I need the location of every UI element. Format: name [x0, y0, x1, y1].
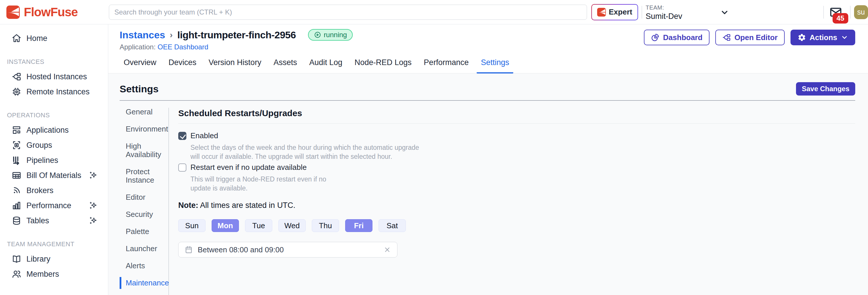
day-button-fri[interactable]: Fri — [345, 219, 372, 232]
day-button-thu[interactable]: Thu — [312, 219, 339, 232]
status-badge: running — [308, 29, 353, 41]
restart-label[interactable]: Restart even if no update available — [190, 163, 307, 172]
divider — [178, 123, 855, 124]
day-button-wed[interactable]: Wed — [278, 219, 306, 232]
sidebar-item-label: Brokers — [26, 186, 54, 195]
sidebar-item-label: Groups — [26, 141, 52, 150]
application-link[interactable]: OEE Dashboard — [158, 43, 209, 51]
maintenance-panel: Scheduled Restarts/Upgrades Enabled Sele… — [169, 108, 855, 295]
chevron-down-icon — [841, 34, 848, 41]
broadcast-icon — [11, 185, 22, 196]
day-button-mon[interactable]: Mon — [212, 219, 239, 232]
applications-icon — [11, 125, 22, 135]
tab-node-red-logs[interactable]: Node-RED Logs — [350, 58, 416, 73]
flowfuse-logo-text: FlowFuse — [24, 5, 78, 19]
tab-settings[interactable]: Settings — [477, 58, 513, 73]
sidebar-item-hosted-instances[interactable]: Hosted Instances — [0, 69, 108, 84]
sidebar-item-pipelines[interactable]: Pipelines — [0, 153, 108, 168]
team-selector[interactable]: TEAM: Sumit-Dev — [646, 3, 820, 21]
save-changes-button[interactable]: Save Changes — [796, 82, 855, 95]
day-button-sat[interactable]: Sat — [378, 219, 406, 232]
sidebar-item-label: Bill Of Materials — [26, 171, 81, 180]
dashboard-button[interactable]: Dashboard — [644, 30, 710, 45]
sidebar-item-label: Home — [26, 34, 47, 43]
settings-nav-environment[interactable]: Environment — [120, 125, 168, 133]
flowfuse-app: FlowFuse Expert TEAM: Sumit-Dev 45 su — [0, 0, 868, 295]
team-label: TEAM: — [646, 4, 682, 11]
sidebar-item-home[interactable]: Home — [0, 31, 108, 46]
settings-nav-palette[interactable]: Palette — [120, 227, 168, 236]
team-name: Sumit-Dev — [646, 12, 682, 21]
expert-flowfuse-icon — [597, 8, 606, 17]
sidebar-section-team-admin: TEAM ADMIN — [0, 294, 108, 295]
groups-icon — [11, 140, 22, 150]
enabled-checkbox[interactable] — [178, 132, 186, 140]
chip-icon — [11, 87, 22, 97]
tab-version-history[interactable]: Version History — [205, 58, 266, 73]
day-button-sun[interactable]: Sun — [178, 219, 206, 232]
settings-nav-security[interactable]: Security — [120, 210, 168, 218]
sidebar-item-groups[interactable]: Groups — [0, 138, 108, 153]
notifications-button[interactable]: 45 — [827, 2, 846, 22]
tab-overview[interactable]: Overview — [120, 58, 160, 73]
notification-count-badge: 45 — [833, 13, 848, 24]
settings-nav-maintenance[interactable]: Maintenance — [120, 279, 168, 287]
sidebar-item-brokers[interactable]: Brokers — [0, 183, 108, 198]
divider — [642, 6, 642, 19]
gear-icon — [798, 33, 806, 42]
time-window-input[interactable]: Between 08:00 and 09:00 — [178, 242, 397, 258]
sidebar-item-performance[interactable]: Performance — [0, 198, 108, 213]
tab-performance[interactable]: Performance — [420, 58, 473, 73]
sidebar-item-label: Members — [26, 270, 59, 279]
divider — [823, 6, 824, 19]
enabled-label[interactable]: Enabled — [190, 131, 218, 140]
application-label: Application: — [120, 43, 156, 51]
sidebar-item-label: Applications — [26, 126, 69, 135]
instance-tabs: Overview Devices Version History Assets … — [120, 58, 855, 73]
settings-nav-alerts[interactable]: Alerts — [120, 262, 168, 270]
open-editor-button[interactable]: Open Editor — [715, 30, 785, 45]
premium-sparkle-icon — [89, 216, 98, 225]
avatar[interactable]: su — [854, 5, 868, 19]
sidebar-section-instances: INSTANCES — [0, 58, 108, 66]
settings-nav-protect-instance[interactable]: Protect Instance — [120, 168, 168, 184]
sidebar-item-tables[interactable]: Tables — [0, 213, 108, 228]
breadcrumb-instances-link[interactable]: Instances — [120, 29, 165, 41]
search-input[interactable] — [109, 5, 587, 20]
flowfuse-logo[interactable]: FlowFuse — [6, 5, 109, 19]
sidebar-item-remote-instances[interactable]: Remote Instances — [0, 84, 108, 99]
actions-button[interactable]: Actions — [790, 30, 855, 45]
divider — [850, 6, 850, 19]
settings-nav-launcher[interactable]: Launcher — [120, 244, 168, 253]
settings-nav-general[interactable]: General — [120, 108, 168, 116]
sidebar-item-library[interactable]: Library — [0, 252, 108, 267]
expert-button[interactable]: Expert — [591, 4, 638, 20]
premium-sparkle-icon — [89, 171, 98, 180]
sidebar-item-label: Tables — [26, 216, 49, 225]
breadcrumb: Instances › light-trumpeter-finch-2956 r… — [120, 29, 353, 41]
chevron-down-icon — [720, 8, 729, 17]
restart-checkbox[interactable] — [178, 164, 186, 172]
tab-assets[interactable]: Assets — [270, 58, 301, 73]
flow-icon — [722, 33, 731, 42]
sidebar-item-applications[interactable]: Applications — [0, 122, 108, 138]
day-button-tue[interactable]: Tue — [245, 219, 272, 232]
settings-nav-high-availability[interactable]: High Availability — [120, 142, 168, 159]
clear-time-icon[interactable] — [383, 246, 391, 254]
calendar-icon — [184, 245, 193, 254]
top-bar: FlowFuse Expert TEAM: Sumit-Dev 45 su — [0, 0, 868, 24]
settings-nav-editor[interactable]: Editor — [120, 193, 168, 202]
pipelines-icon — [11, 155, 22, 165]
book-icon — [11, 254, 22, 264]
flow-icon — [11, 72, 22, 82]
settings-nav: General Environment High Availability Pr… — [120, 108, 169, 295]
flowfuse-logo-icon — [6, 5, 20, 19]
sidebar-item-members[interactable]: Members — [0, 267, 108, 282]
enabled-description: Select the days of the week and the hour… — [190, 143, 855, 161]
table-icon — [11, 171, 22, 180]
tab-audit-log[interactable]: Audit Log — [305, 58, 346, 73]
sidebar-item-bill-of-materials[interactable]: Bill Of Materials — [0, 168, 108, 183]
application-row: Application: OEE Dashboard — [120, 43, 353, 51]
settings-content: Settings Save Changes General Environmen… — [108, 73, 868, 295]
tab-devices[interactable]: Devices — [164, 58, 200, 73]
